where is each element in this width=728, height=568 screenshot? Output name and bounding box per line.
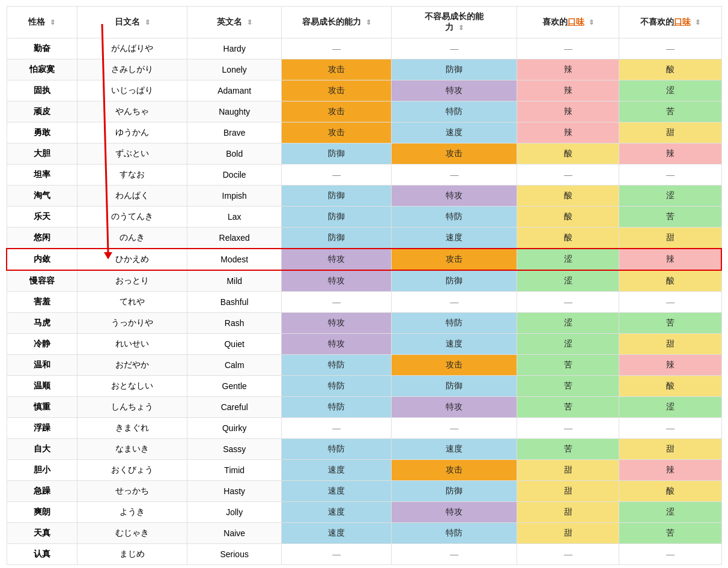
cell-nature: 固执: [7, 80, 77, 101]
cell-nature: 大胆: [7, 144, 77, 165]
cell-dislikes: 涩: [619, 186, 721, 207]
cell-japanese: いじっぱり: [77, 80, 187, 101]
cell-nature: 勤奋: [7, 38, 77, 59]
cell-english: Naughty: [187, 101, 282, 122]
cell-hard-grow: 特防: [392, 313, 517, 334]
cell-english: Bold: [187, 144, 282, 165]
cell-english: Serious: [187, 544, 282, 565]
cell-easy-grow: 特攻: [282, 313, 392, 334]
cell-japanese: ようき: [77, 502, 187, 523]
cell-english: Rash: [187, 313, 282, 334]
cell-likes: —: [517, 165, 619, 186]
cell-dislikes: 甜: [619, 334, 721, 355]
table-row: 天真むじゃきNaive速度特防甜苦: [7, 523, 721, 544]
cell-dislikes: —: [619, 292, 721, 313]
table-row: 认真まじめSerious————: [7, 544, 721, 565]
cell-nature: 爽朗: [7, 502, 77, 523]
cell-dislikes: 苦: [619, 207, 721, 228]
cell-japanese: てれや: [77, 292, 187, 313]
col-likes[interactable]: 喜欢的口味 ⇕: [517, 7, 619, 38]
table-row: 悠闲のんきRelaxed防御速度酸甜: [7, 228, 721, 249]
cell-easy-grow: 特攻: [282, 334, 392, 355]
cell-hard-grow: —: [392, 544, 517, 565]
table-row: 怕寂寞さみしがりLonely攻击防御辣酸: [7, 59, 721, 80]
cell-nature: 冷静: [7, 334, 77, 355]
cell-hard-grow: 防御: [392, 270, 517, 292]
cell-hard-grow: —: [392, 165, 517, 186]
cell-dislikes: —: [619, 165, 721, 186]
cell-english: Adamant: [187, 80, 282, 101]
col-english[interactable]: 英文名 ⇕: [187, 7, 282, 38]
cell-english: Relaxed: [187, 228, 282, 249]
cell-likes: 辣: [517, 80, 619, 101]
col-dislikes[interactable]: 不喜欢的口味 ⇕: [619, 7, 721, 38]
cell-nature: 胆小: [7, 460, 77, 481]
cell-english: Calm: [187, 355, 282, 376]
sort-icon-english: ⇕: [247, 19, 252, 26]
cell-likes: 酸: [517, 207, 619, 228]
cell-easy-grow: 特防: [282, 355, 392, 376]
sort-icon-dislikes: ⇕: [695, 19, 700, 26]
cell-likes: 辣: [517, 122, 619, 144]
cell-dislikes: 甜: [619, 439, 721, 460]
cell-english: Quirky: [187, 418, 282, 439]
cell-japanese: すなお: [77, 165, 187, 186]
cell-easy-grow: 防御: [282, 228, 392, 249]
col-easy-grow[interactable]: 容易成长的能力 ⇕: [282, 7, 392, 38]
cell-dislikes: 酸: [619, 481, 721, 502]
cell-english: Gentle: [187, 376, 282, 397]
col-japanese[interactable]: 日文名 ⇕: [77, 7, 187, 38]
cell-japanese: せっかち: [77, 481, 187, 502]
cell-easy-grow: 速度: [282, 481, 392, 502]
cell-likes: —: [517, 38, 619, 59]
cell-english: Impish: [187, 186, 282, 207]
col-nature[interactable]: 性格 ⇕: [7, 7, 77, 38]
cell-easy-grow: 防御: [282, 186, 392, 207]
cell-japanese: おとなしい: [77, 376, 187, 397]
cell-easy-grow: —: [282, 165, 392, 186]
table-row: 勤奋がんばりやHardy————: [7, 38, 721, 59]
cell-dislikes: 辣: [619, 460, 721, 481]
cell-dislikes: 辣: [619, 144, 721, 165]
cell-nature: 内敛: [7, 249, 77, 270]
cell-hard-grow: 特防: [392, 207, 517, 228]
cell-dislikes: 涩: [619, 397, 721, 418]
cell-hard-grow: 速度: [392, 334, 517, 355]
cell-easy-grow: 攻击: [282, 101, 392, 122]
cell-hard-grow: 速度: [392, 439, 517, 460]
cell-easy-grow: 防御: [282, 144, 392, 165]
sort-icon-easy: ⇕: [366, 19, 371, 26]
table-outer: 性格 ⇕ 日文名 ⇕ 英文名 ⇕ 容易成长的能力 ⇕ 不容易成长的能力 ⇕: [6, 6, 722, 565]
cell-nature: 慎重: [7, 397, 77, 418]
cell-english: Bashful: [187, 292, 282, 313]
cell-nature: 浮躁: [7, 418, 77, 439]
cell-japanese: がんばりや: [77, 38, 187, 59]
cell-nature: 温和: [7, 355, 77, 376]
cell-hard-grow: 防御: [392, 481, 517, 502]
cell-nature: 淘气: [7, 186, 77, 207]
cell-hard-grow: —: [392, 292, 517, 313]
cell-nature: 勇敢: [7, 122, 77, 144]
likes-header-highlight: 口味: [568, 17, 584, 26]
cell-japanese: やんちゃ: [77, 101, 187, 122]
cell-english: Modest: [187, 249, 282, 270]
cell-nature: 悠闲: [7, 228, 77, 249]
cell-hard-grow: 特防: [392, 523, 517, 544]
cell-hard-grow: 特攻: [392, 397, 517, 418]
cell-japanese: のうてんき: [77, 207, 187, 228]
table-row: 急躁せっかちHasty速度防御甜酸: [7, 481, 721, 502]
col-hard-grow[interactable]: 不容易成长的能力 ⇕: [392, 7, 517, 38]
cell-likes: 苦: [517, 376, 619, 397]
cell-dislikes: —: [619, 544, 721, 565]
cell-hard-grow: 攻击: [392, 249, 517, 270]
table-row: 自大なまいきSassy特防速度苦甜: [7, 439, 721, 460]
cell-japanese: なまいき: [77, 439, 187, 460]
cell-likes: —: [517, 544, 619, 565]
cell-easy-grow: 特攻: [282, 270, 392, 292]
cell-likes: 苦: [517, 355, 619, 376]
cell-easy-grow: 速度: [282, 523, 392, 544]
table-row: 勇敢ゆうかんBrave攻击速度辣甜: [7, 122, 721, 144]
cell-easy-grow: 速度: [282, 502, 392, 523]
table-row: 慎重しんちょうCareful特防特攻苦涩: [7, 397, 721, 418]
cell-easy-grow: —: [282, 292, 392, 313]
